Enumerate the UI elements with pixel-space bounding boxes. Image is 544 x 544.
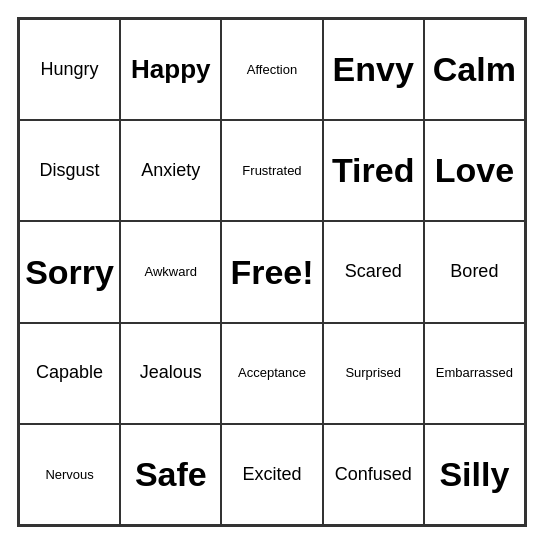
bingo-cell: Awkward bbox=[120, 221, 221, 322]
bingo-board: HungryHappyAffectionEnvyCalmDisgustAnxie… bbox=[17, 17, 527, 527]
cell-label: Calm bbox=[433, 49, 516, 90]
cell-label: Embarrassed bbox=[436, 365, 513, 381]
cell-label: Envy bbox=[333, 49, 414, 90]
cell-label: Hungry bbox=[41, 59, 99, 81]
cell-label: Excited bbox=[242, 464, 301, 486]
bingo-cell: Envy bbox=[323, 19, 424, 120]
cell-label: Disgust bbox=[40, 160, 100, 182]
cell-label: Silly bbox=[439, 454, 509, 495]
cell-label: Frustrated bbox=[242, 163, 301, 179]
cell-label: Scared bbox=[345, 261, 402, 283]
bingo-cell: Disgust bbox=[19, 120, 120, 221]
cell-label: Tired bbox=[332, 150, 415, 191]
bingo-cell: Scared bbox=[323, 221, 424, 322]
cell-label: Affection bbox=[247, 62, 297, 78]
cell-label: Sorry bbox=[25, 252, 114, 293]
bingo-cell: Bored bbox=[424, 221, 525, 322]
cell-label: Happy bbox=[131, 54, 210, 85]
cell-label: Bored bbox=[450, 261, 498, 283]
bingo-cell: Love bbox=[424, 120, 525, 221]
cell-label: Safe bbox=[135, 454, 207, 495]
bingo-cell: Confused bbox=[323, 424, 424, 525]
bingo-cell: Happy bbox=[120, 19, 221, 120]
cell-label: Acceptance bbox=[238, 365, 306, 381]
bingo-cell: Affection bbox=[221, 19, 322, 120]
cell-label: Jealous bbox=[140, 362, 202, 384]
bingo-cell: Frustrated bbox=[221, 120, 322, 221]
bingo-cell: Acceptance bbox=[221, 323, 322, 424]
bingo-cell: Excited bbox=[221, 424, 322, 525]
cell-label: Confused bbox=[335, 464, 412, 486]
cell-label: Free! bbox=[230, 252, 313, 293]
cell-label: Anxiety bbox=[141, 160, 200, 182]
cell-label: Surprised bbox=[345, 365, 401, 381]
bingo-cell: Silly bbox=[424, 424, 525, 525]
bingo-cell: Calm bbox=[424, 19, 525, 120]
bingo-cell: Free! bbox=[221, 221, 322, 322]
bingo-cell: Hungry bbox=[19, 19, 120, 120]
bingo-cell: Jealous bbox=[120, 323, 221, 424]
bingo-cell: Tired bbox=[323, 120, 424, 221]
bingo-cell: Safe bbox=[120, 424, 221, 525]
cell-label: Love bbox=[435, 150, 514, 191]
cell-label: Awkward bbox=[145, 264, 198, 280]
bingo-cell: Nervous bbox=[19, 424, 120, 525]
bingo-cell: Capable bbox=[19, 323, 120, 424]
bingo-cell: Surprised bbox=[323, 323, 424, 424]
bingo-cell: Sorry bbox=[19, 221, 120, 322]
bingo-cell: Anxiety bbox=[120, 120, 221, 221]
bingo-cell: Embarrassed bbox=[424, 323, 525, 424]
cell-label: Capable bbox=[36, 362, 103, 384]
cell-label: Nervous bbox=[45, 467, 93, 483]
